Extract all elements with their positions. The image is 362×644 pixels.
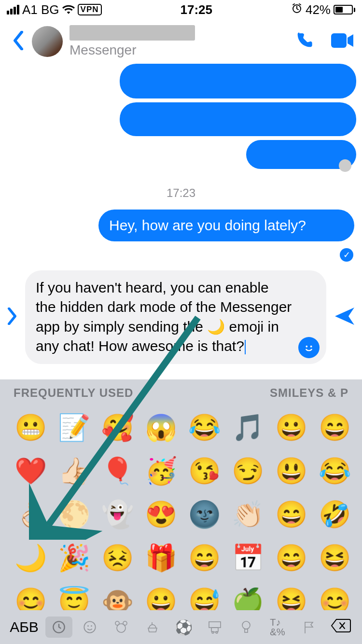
emoji-cell[interactable]: 📅 <box>226 536 269 579</box>
vpn-badge: VPN <box>78 4 102 15</box>
emoji-cell[interactable]: 🌚 <box>182 492 226 536</box>
svg-rect-17 <box>245 629 248 632</box>
status-left: A1 BG VPN <box>7 2 102 17</box>
svg-point-16 <box>242 621 250 629</box>
emoji-category-objects[interactable] <box>233 620 260 634</box>
emoji-cell[interactable]: 😄 <box>269 492 313 536</box>
emoji-cell[interactable]: 😂 <box>313 449 356 492</box>
emoji-category-flags[interactable] <box>295 620 322 634</box>
emoji-cell[interactable]: 😄 <box>313 406 356 449</box>
emoji-cell[interactable]: 😀 <box>269 406 313 449</box>
svg-point-11 <box>123 621 127 625</box>
carrier-label: A1 BG <box>22 2 59 17</box>
send-button[interactable] <box>334 307 355 328</box>
emoji-cell[interactable]: 😏 <box>226 449 269 492</box>
emoji-cell[interactable]: ❤️ <box>9 449 52 492</box>
svg-point-2 <box>303 341 315 354</box>
emoji-cell[interactable]: 🎈 <box>96 449 139 492</box>
emoji-cell[interactable]: 😄 <box>182 536 226 579</box>
emoji-cell[interactable]: 😃 <box>269 449 313 492</box>
emoji-cell[interactable]: 👻 <box>96 492 139 536</box>
emoji-cell[interactable]: 🥰 <box>96 406 139 449</box>
emoji-cell[interactable]: 😬 <box>9 406 52 449</box>
svg-point-4 <box>310 345 312 347</box>
emoji-cell[interactable]: 👏🏻 <box>226 492 269 536</box>
alarm-icon <box>291 2 303 17</box>
contact-name <box>70 25 195 41</box>
emoji-grid[interactable]: 😬📝🥰😱😂🎵😀😄❤️👍🏻🎈🥳😘😏😃😂👌🏻🌕👻😍🌚👏🏻😄🤣🌙🎉😣🎁😄📅😄😆😊😇🐵😀… <box>0 403 362 610</box>
video-call-button[interactable] <box>331 32 354 51</box>
chat-header: Messenger <box>0 19 362 64</box>
header-subtitle: Messenger <box>70 42 294 58</box>
back-button[interactable] <box>5 31 32 52</box>
seen-avatar-icon <box>339 159 351 172</box>
outgoing-message-redacted[interactable] <box>120 102 356 136</box>
outgoing-message[interactable]: Hey, how are you doing lately? <box>98 210 354 241</box>
wifi-icon <box>62 2 75 17</box>
svg-rect-1 <box>331 33 347 48</box>
emoji-cell[interactable]: 🐵 <box>96 579 139 610</box>
timestamp-divider: 17:23 <box>6 186 356 200</box>
emoji-category-travel[interactable] <box>201 620 229 634</box>
outgoing-message-redacted[interactable] <box>120 64 356 98</box>
header-titles[interactable]: Messenger <box>70 25 294 58</box>
emoji-cell[interactable]: 😆 <box>269 579 313 610</box>
emoji-cell[interactable]: 📝 <box>52 406 96 449</box>
svg-point-8 <box>91 625 92 627</box>
message-input[interactable]: If you haven't heard, you can enable the… <box>25 270 326 364</box>
svg-point-6 <box>84 621 96 632</box>
emoji-cell[interactable]: 😅 <box>182 579 226 610</box>
text-cursor <box>245 340 246 354</box>
emoji-cell[interactable]: 🎁 <box>139 536 182 579</box>
emoji-category-animals[interactable] <box>108 620 135 634</box>
emoji-category-food[interactable] <box>139 620 167 634</box>
svg-point-15 <box>216 631 218 633</box>
composer-row: If you haven't heard, you can enable the… <box>0 270 362 364</box>
message-list[interactable]: 17:23 Hey, how are you doing lately? ✓ <box>0 64 362 262</box>
emoji-category-smileys[interactable] <box>76 620 104 634</box>
emoji-section-smileys-header: SMILEYS & P <box>270 386 348 400</box>
emoji-cell[interactable]: 🍏 <box>226 579 269 610</box>
emoji-category-activity[interactable]: ⚽ <box>170 619 197 636</box>
backspace-button[interactable] <box>326 618 355 636</box>
emoji-cell[interactable]: 🤣 <box>313 492 356 536</box>
svg-point-14 <box>212 631 214 633</box>
status-time: 17:25 <box>181 2 213 17</box>
svg-rect-12 <box>209 622 221 628</box>
emoji-cell[interactable]: 🌕 <box>52 492 96 536</box>
emoji-cell[interactable]: 😇 <box>52 579 96 610</box>
contact-avatar[interactable] <box>32 26 63 57</box>
svg-point-7 <box>87 625 89 627</box>
status-bar: A1 BG VPN 17:25 42% <box>0 0 362 19</box>
emoji-cell[interactable]: 😄 <box>269 536 313 579</box>
svg-point-10 <box>115 621 119 625</box>
cellular-signal-icon <box>7 5 19 14</box>
switch-to-text-keyboard-button[interactable]: АБВ <box>7 619 42 635</box>
crescent-moon-icon: 🌙 <box>207 319 225 335</box>
status-right: 42% <box>291 2 355 17</box>
expand-composer-button[interactable] <box>7 308 17 327</box>
emoji-cell[interactable]: 🎉 <box>52 536 96 579</box>
emoji-cell[interactable]: 😱 <box>139 406 182 449</box>
emoji-category-symbols[interactable]: T♪&% <box>264 617 292 637</box>
emoji-cell[interactable]: 🥳 <box>139 449 182 492</box>
svg-point-3 <box>306 345 307 347</box>
emoji-cell[interactable]: 👍🏻 <box>52 449 96 492</box>
emoji-cell[interactable]: 😊 <box>313 579 356 610</box>
emoji-cell[interactable]: 👌🏻 <box>9 492 52 536</box>
emoji-cell[interactable]: 🎵 <box>226 406 269 449</box>
emoji-cell[interactable]: 😘 <box>182 449 226 492</box>
keyboard-bottom-bar: АБВ ⚽ T♪&% <box>0 610 362 644</box>
emoji-cell[interactable]: 😂 <box>182 406 226 449</box>
emoji-section-frequent-header: FREQUENTLY USED <box>14 386 133 400</box>
delivered-check-icon: ✓ <box>340 248 353 262</box>
emoji-cell[interactable]: 😆 <box>313 536 356 579</box>
emoji-cell[interactable]: 🌙 <box>9 536 52 579</box>
emoji-picker-button[interactable] <box>298 337 320 358</box>
emoji-cell[interactable]: 😀 <box>139 579 182 610</box>
emoji-cell[interactable]: 😍 <box>139 492 182 536</box>
emoji-cell[interactable]: 😊 <box>9 579 52 610</box>
emoji-category-recent[interactable] <box>45 616 72 638</box>
voice-call-button[interactable] <box>294 31 314 52</box>
emoji-cell[interactable]: 😣 <box>96 536 139 579</box>
